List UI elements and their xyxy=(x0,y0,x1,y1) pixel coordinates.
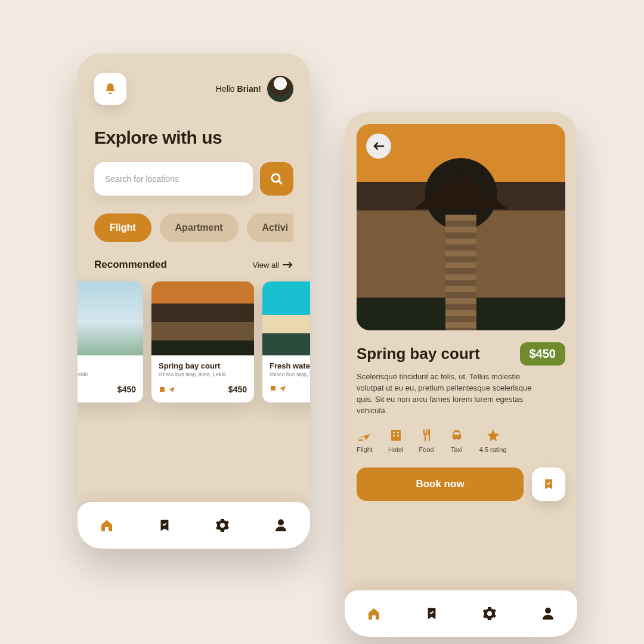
card-amenity-icons xyxy=(159,386,175,393)
nav-settings[interactable] xyxy=(482,606,497,621)
amenity-rating: 4.5 rating xyxy=(479,428,507,453)
svg-point-6 xyxy=(278,519,284,525)
avatar[interactable] xyxy=(267,76,293,102)
bookmark-check-icon xyxy=(543,477,555,491)
search-button[interactable] xyxy=(260,162,293,196)
card-price: $450 xyxy=(117,385,136,394)
arrow-right-icon xyxy=(283,261,293,268)
recommended-list: resent stop, ikate, Lekki. $450 Spring b… xyxy=(78,281,293,402)
search-icon xyxy=(270,172,284,186)
topbar: Hello Brian! xyxy=(94,73,293,105)
card-subtitle: chisco bus stop, ik xyxy=(270,371,310,377)
detail-title: Spring bay court xyxy=(357,345,480,363)
flight-icon xyxy=(357,428,371,442)
amenity-hotel: Hotel xyxy=(388,428,404,453)
nav-profile[interactable] xyxy=(541,606,555,621)
home-screen: Hello Brian! Explore with us Search for … xyxy=(78,54,310,549)
detail-screen: Spring bay court $450 Scelerisque tincid… xyxy=(345,112,577,637)
back-button[interactable] xyxy=(366,134,391,159)
list-item[interactable]: Fresh water chisco bus stop, ik xyxy=(262,281,310,402)
home-icon xyxy=(100,518,114,532)
amenity-taxi: Taxi xyxy=(450,428,464,453)
greeting: Hello Brian! xyxy=(216,84,261,94)
amenities-row: Flight Hotel Food Taxi 4.5 rating xyxy=(357,428,565,453)
person-icon xyxy=(541,606,555,621)
arrow-left-icon xyxy=(373,141,385,151)
nav-bookmarks[interactable] xyxy=(158,518,171,532)
card-image xyxy=(151,281,254,355)
nav-home[interactable] xyxy=(367,606,381,621)
category-tabs: Flight Apartment Activi xyxy=(94,213,293,242)
detail-description: Scelerisque tincidunt ac felis, ut. Tell… xyxy=(357,371,535,416)
card-subtitle: chisco bus stop, ikate, Lekki. xyxy=(159,371,247,377)
bookmark-button[interactable] xyxy=(532,467,565,501)
bottom-nav xyxy=(78,502,310,549)
svg-rect-4 xyxy=(160,387,165,392)
tab-flight[interactable]: Flight xyxy=(94,213,151,242)
view-all-link[interactable]: View all xyxy=(252,261,293,270)
page-title: Explore with us xyxy=(94,128,293,148)
svg-rect-13 xyxy=(455,430,459,431)
bookmark-check-icon xyxy=(158,518,171,532)
plane-icon xyxy=(279,385,286,392)
hero-image xyxy=(357,124,565,330)
card-title: Spring bay court xyxy=(159,361,247,370)
card-image xyxy=(78,281,143,355)
taxi-icon xyxy=(450,428,464,442)
tab-activities[interactable]: Activi xyxy=(247,213,293,242)
nav-home[interactable] xyxy=(100,518,114,532)
building-icon xyxy=(159,386,166,393)
svg-line-1 xyxy=(279,181,282,184)
person-icon xyxy=(274,518,288,532)
recommended-heading: Recommended xyxy=(94,259,167,271)
svg-point-14 xyxy=(545,608,551,614)
card-price: $450 xyxy=(228,385,247,394)
svg-rect-9 xyxy=(393,432,395,434)
amenity-food: Food xyxy=(419,428,434,453)
card-title: Fresh water xyxy=(270,361,310,370)
bell-icon xyxy=(104,82,117,95)
bookmark-check-icon xyxy=(425,606,438,621)
notifications-button[interactable] xyxy=(94,73,126,105)
svg-rect-5 xyxy=(271,386,275,391)
card-image xyxy=(262,281,310,355)
svg-rect-12 xyxy=(397,435,399,436)
tab-apartment[interactable]: Apartment xyxy=(160,213,239,242)
plane-icon xyxy=(168,386,175,393)
hotel-icon xyxy=(389,428,403,442)
bottom-nav xyxy=(345,590,577,637)
price-badge: $450 xyxy=(520,342,566,366)
card-subtitle: stop, ikate, Lekki. xyxy=(78,371,136,377)
amenity-flight: Flight xyxy=(357,428,373,453)
building-icon xyxy=(270,385,277,392)
list-item[interactable]: Spring bay court chisco bus stop, ikate,… xyxy=(151,281,254,402)
home-icon xyxy=(367,606,381,621)
gear-icon xyxy=(482,606,497,621)
nav-settings[interactable] xyxy=(215,518,230,532)
list-item[interactable]: resent stop, ikate, Lekki. $450 xyxy=(78,281,143,402)
svg-rect-8 xyxy=(391,430,401,441)
svg-rect-10 xyxy=(397,432,399,434)
gear-icon xyxy=(215,518,230,532)
book-now-button[interactable]: Book now xyxy=(357,467,524,501)
star-icon xyxy=(486,428,500,442)
food-icon xyxy=(419,428,434,442)
card-amenity-icons xyxy=(270,385,286,392)
search-input[interactable]: Search for locations xyxy=(94,162,253,196)
nav-bookmarks[interactable] xyxy=(425,606,438,621)
nav-profile[interactable] xyxy=(274,518,288,532)
svg-rect-11 xyxy=(393,435,395,436)
card-title: resent xyxy=(78,361,136,370)
